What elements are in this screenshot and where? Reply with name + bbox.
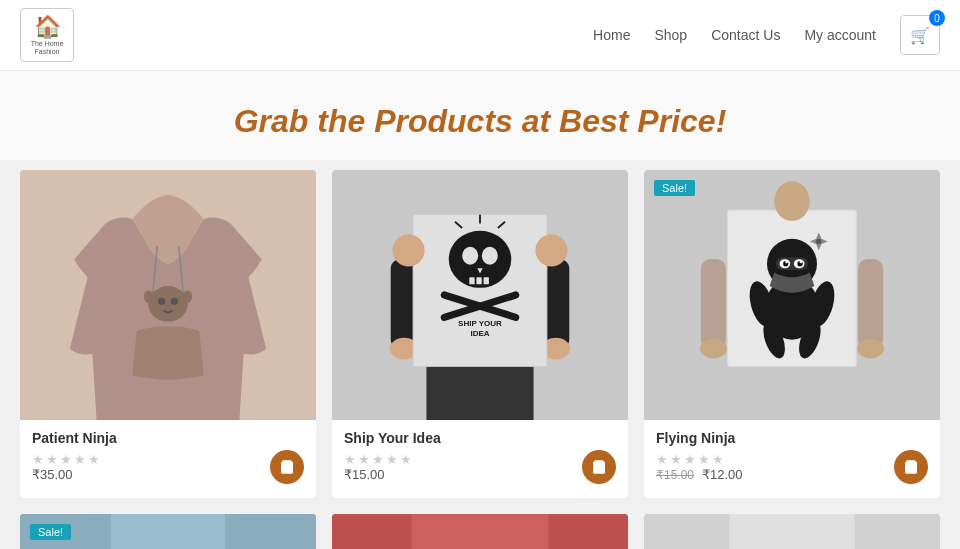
sale-badge-3: Sale! (654, 180, 695, 196)
product-bottom-1: ★ ★ ★ ★ ★ ₹35.00 (32, 450, 304, 484)
svg-rect-60 (412, 514, 549, 549)
add-to-cart-3[interactable] (894, 450, 928, 484)
star5: ★ (88, 452, 100, 467)
svg-rect-33 (701, 259, 726, 348)
products-grid: Patient Ninja ★ ★ ★ ★ ★ ₹35.00 (20, 170, 940, 498)
product-stars-3: ★ ★ ★ ★ ★ (656, 452, 743, 467)
hero-title: Grab the Products at Best Price! (20, 103, 940, 140)
add-to-cart-2[interactable] (582, 450, 616, 484)
svg-point-30 (535, 234, 567, 266)
product-stars-2: ★ ★ ★ ★ ★ (344, 452, 412, 467)
product-card-3: Sale! (644, 170, 940, 498)
logo-area: 🏠 The Home Fashion (20, 8, 74, 62)
svg-point-17 (462, 247, 478, 265)
svg-rect-64 (729, 514, 854, 549)
svg-rect-56 (111, 514, 225, 549)
price-row-2: ₹15.00 (344, 467, 412, 482)
svg-text:IDEA: IDEA (470, 329, 489, 338)
nav-account[interactable]: My account (804, 27, 876, 43)
svg-point-4 (158, 298, 165, 305)
svg-point-5 (171, 298, 178, 305)
products-section: Patient Ninja ★ ★ ★ ★ ★ ₹35.00 (0, 160, 960, 549)
partial-svg-2 (332, 514, 628, 549)
star1: ★ (344, 452, 356, 467)
hoodie-svg (20, 170, 316, 420)
logo-icon: 🏠 (34, 14, 61, 40)
star4: ★ (386, 452, 398, 467)
partial-product-card-1: Sale! (20, 514, 316, 549)
cart-badge: 0 (929, 10, 945, 26)
svg-point-35 (700, 339, 727, 359)
star1: ★ (656, 452, 668, 467)
svg-point-3 (148, 286, 187, 322)
price-row-3: ₹15.00 ₹12.00 (656, 467, 743, 482)
svg-point-53 (774, 182, 810, 221)
skull-poster-svg: SHIP YOUR IDEA (332, 170, 628, 420)
product-info-3: Flying Ninja ★ ★ ★ ★ ★ ₹15.00 ₹12.00 (644, 420, 940, 498)
cart-icon: 🛒 (910, 26, 930, 45)
cart-icon-1 (279, 459, 295, 475)
star3: ★ (684, 452, 696, 467)
svg-point-46 (800, 261, 803, 264)
product-name-2: Ship Your Idea (344, 430, 616, 446)
star5: ★ (712, 452, 724, 467)
sale-badge-partial-1: Sale! (30, 524, 71, 540)
price-1: ₹35.00 (32, 467, 73, 482)
nav-home[interactable]: Home (593, 27, 630, 43)
product-bottom-3: ★ ★ ★ ★ ★ ₹15.00 ₹12.00 (656, 450, 928, 484)
svg-point-6 (144, 291, 153, 304)
product-card-1: Patient Ninja ★ ★ ★ ★ ★ ₹35.00 (20, 170, 316, 498)
nav-shop[interactable]: Shop (654, 27, 687, 43)
product-card-2: SHIP YOUR IDEA Ship Your Idea ★ ★ ★ (332, 170, 628, 498)
star3: ★ (372, 452, 384, 467)
product-info-1: Patient Ninja ★ ★ ★ ★ ★ ₹35.00 (20, 420, 316, 498)
price-3: ₹12.00 (702, 467, 743, 482)
partial-product-card-2 (332, 514, 628, 549)
partial-svg-3 (644, 514, 940, 549)
price-row-1: ₹35.00 (32, 467, 100, 482)
star3: ★ (60, 452, 72, 467)
nav-contact[interactable]: Contact Us (711, 27, 780, 43)
svg-point-36 (857, 339, 884, 359)
product-stars-1: ★ ★ ★ ★ ★ (32, 452, 100, 467)
svg-rect-34 (858, 259, 883, 348)
product-image-3 (644, 170, 940, 420)
svg-point-18 (482, 247, 498, 265)
add-to-cart-1[interactable] (270, 450, 304, 484)
svg-rect-20 (476, 277, 481, 284)
star1: ★ (32, 452, 44, 467)
cart-button[interactable]: 🛒 0 (900, 15, 940, 55)
header: 🏠 The Home Fashion Home Shop Contact Us … (0, 0, 960, 71)
main-nav: Home Shop Contact Us My account 🛒 0 (593, 15, 940, 55)
partial-products-grid: Sale! (20, 514, 940, 549)
partial-product-card-3 (644, 514, 940, 549)
star2: ★ (358, 452, 370, 467)
svg-rect-19 (469, 277, 474, 284)
svg-point-52 (816, 239, 821, 244)
logo-text: The Home Fashion (31, 40, 64, 57)
svg-point-29 (393, 234, 425, 266)
svg-point-45 (785, 261, 788, 264)
product-image-1 (20, 170, 316, 420)
price-2: ₹15.00 (344, 467, 385, 482)
star4: ★ (698, 452, 710, 467)
partial-image-2 (332, 514, 628, 549)
product-image-2: SHIP YOUR IDEA (332, 170, 628, 420)
svg-text:SHIP YOUR: SHIP YOUR (458, 319, 502, 328)
product-name-3: Flying Ninja (656, 430, 928, 446)
svg-rect-21 (484, 277, 489, 284)
star2: ★ (670, 452, 682, 467)
product-bottom-2: ★ ★ ★ ★ ★ ₹15.00 (344, 450, 616, 484)
star5: ★ (400, 452, 412, 467)
star4: ★ (74, 452, 86, 467)
cart-icon-3 (903, 459, 919, 475)
partial-image-3 (644, 514, 940, 549)
ninja-svg (644, 170, 940, 420)
star2: ★ (46, 452, 58, 467)
product-info-2: Ship Your Idea ★ ★ ★ ★ ★ ₹15.00 (332, 420, 628, 498)
product-name-1: Patient Ninja (32, 430, 304, 446)
svg-point-7 (183, 291, 192, 304)
price-original-3: ₹15.00 (656, 468, 694, 482)
logo-box: 🏠 The Home Fashion (20, 8, 74, 62)
cart-icon-2 (591, 459, 607, 475)
